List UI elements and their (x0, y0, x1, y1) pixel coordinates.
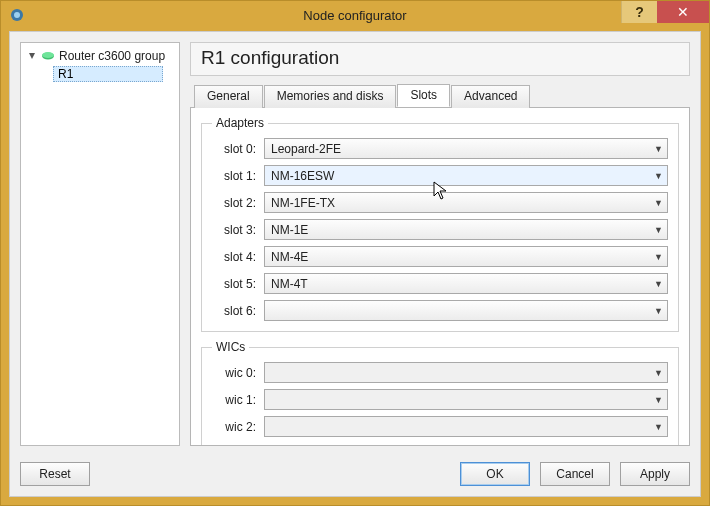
cancel-button[interactable]: Cancel (540, 462, 610, 486)
adapter-slot-label: slot 1: (212, 169, 256, 183)
tree-root-row[interactable]: Router c3600 group (23, 47, 177, 65)
wic-slot-select: ▼ (264, 389, 668, 410)
wic-slot-select: ▼ (264, 416, 668, 437)
wic-slot-row: wic 0:▼ (212, 362, 668, 383)
adapter-slot-select-value: NM-1E (271, 223, 661, 237)
adapter-slot-select[interactable]: NM-4T▼ (264, 273, 668, 294)
adapter-slot-row: slot 3:NM-1E▼ (212, 219, 668, 240)
chevron-down-icon: ▼ (654, 422, 663, 432)
router-group-icon (41, 51, 55, 61)
tab-page-slots: Adapters slot 0:Leopard-2FE▼slot 1:NM-16… (190, 107, 690, 446)
window-frame: Node configurator ? ✕ Router c3600 group (0, 0, 710, 506)
chevron-down-icon: ▼ (654, 368, 663, 378)
adapter-slot-select[interactable]: Leopard-2FE▼ (264, 138, 668, 159)
tab-slots[interactable]: Slots (397, 84, 450, 107)
adapter-slot-label: slot 0: (212, 142, 256, 156)
window-title: Node configurator (303, 8, 406, 23)
adapter-slot-row: slot 6:▼ (212, 300, 668, 321)
adapter-slot-row: slot 2:NM-1FE-TX▼ (212, 192, 668, 213)
page-title: R1 configuration (190, 42, 690, 76)
adapter-slot-label: slot 4: (212, 250, 256, 264)
ok-button[interactable]: OK (460, 462, 530, 486)
adapter-slot-select-value: NM-4T (271, 277, 661, 291)
svg-point-1 (14, 12, 20, 18)
wic-slot-label: wic 1: (212, 393, 256, 407)
chevron-down-icon: ▼ (654, 279, 663, 289)
adapters-legend: Adapters (212, 116, 268, 130)
svg-point-3 (42, 52, 54, 58)
adapter-slot-select-value: NM-16ESW (271, 169, 661, 183)
tab-strip: General Memories and disks Slots Advance… (190, 84, 690, 107)
tab-advanced[interactable]: Advanced (451, 85, 530, 108)
title-bar[interactable]: Node configurator ? ✕ (1, 1, 709, 29)
adapters-group: Adapters slot 0:Leopard-2FE▼slot 1:NM-16… (201, 116, 679, 332)
wic-slot-select: ▼ (264, 362, 668, 383)
adapter-slot-select[interactable]: NM-1E▼ (264, 219, 668, 240)
wic-slot-row: wic 2:▼ (212, 416, 668, 437)
chevron-down-icon: ▼ (654, 306, 663, 316)
chevron-down-icon: ▼ (654, 252, 663, 262)
tree-root-label: Router c3600 group (59, 49, 165, 63)
client-area: Router c3600 group R1 R1 configuration G… (9, 31, 701, 497)
close-button[interactable]: ✕ (657, 1, 709, 23)
tab-memories-disks[interactable]: Memories and disks (264, 85, 397, 108)
dialog-button-bar: Reset OK Cancel Apply (10, 456, 700, 496)
help-button[interactable]: ? (621, 1, 657, 23)
wic-slot-label: wic 2: (212, 420, 256, 434)
chevron-down-icon: ▼ (654, 171, 663, 181)
adapter-slot-row: slot 0:Leopard-2FE▼ (212, 138, 668, 159)
adapter-slot-row: slot 4:NM-4E▼ (212, 246, 668, 267)
adapter-slot-label: slot 6: (212, 304, 256, 318)
adapter-slot-row: slot 1:NM-16ESW▼ (212, 165, 668, 186)
tab-general[interactable]: General (194, 85, 263, 108)
app-icon (9, 7, 25, 23)
adapter-slot-select-value: NM-1FE-TX (271, 196, 661, 210)
adapter-slot-select[interactable]: ▼ (264, 300, 668, 321)
wics-legend: WICs (212, 340, 249, 354)
wic-slot-row: wic 1:▼ (212, 389, 668, 410)
adapter-slot-label: slot 3: (212, 223, 256, 237)
adapter-slot-label: slot 2: (212, 196, 256, 210)
wic-slot-label: wic 0: (212, 366, 256, 380)
adapter-slot-label: slot 5: (212, 277, 256, 291)
adapter-slot-row: slot 5:NM-4T▼ (212, 273, 668, 294)
tree-collapse-icon[interactable] (27, 51, 37, 61)
apply-button[interactable]: Apply (620, 462, 690, 486)
wics-group: WICs wic 0:▼wic 1:▼wic 2:▼ (201, 340, 679, 446)
adapter-slot-select-value: Leopard-2FE (271, 142, 661, 156)
tree-panel[interactable]: Router c3600 group R1 (20, 42, 180, 446)
reset-button[interactable]: Reset (20, 462, 90, 486)
chevron-down-icon: ▼ (654, 144, 663, 154)
adapter-slot-select[interactable]: NM-1FE-TX▼ (264, 192, 668, 213)
adapter-slot-select[interactable]: NM-4E▼ (264, 246, 668, 267)
adapter-slot-select-value: NM-4E (271, 250, 661, 264)
tree-node-selected[interactable]: R1 (53, 66, 163, 82)
chevron-down-icon: ▼ (654, 395, 663, 405)
chevron-down-icon: ▼ (654, 225, 663, 235)
adapter-slot-select[interactable]: NM-16ESW▼ (264, 165, 668, 186)
chevron-down-icon: ▼ (654, 198, 663, 208)
